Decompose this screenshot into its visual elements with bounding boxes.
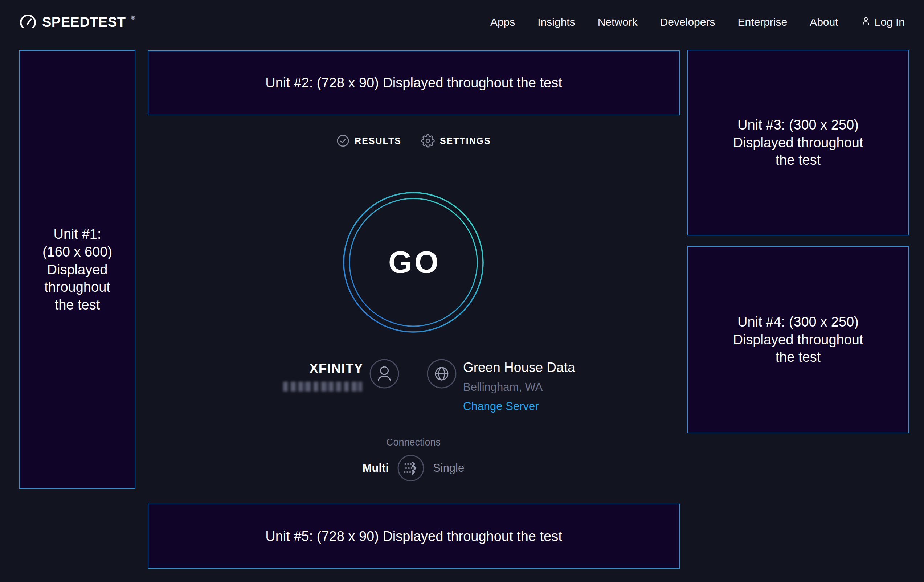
main-nav: Apps Insights Network Developers Enterpr… <box>490 16 905 29</box>
login-label: Log In <box>874 16 905 28</box>
connections-toggle[interactable] <box>397 454 425 482</box>
isp-name: XFINITY <box>254 361 363 376</box>
connections-title: Connections <box>341 437 486 448</box>
tab-settings[interactable]: SETTINGS <box>421 134 491 148</box>
ad-unit-2-leaderboard: Unit #2: (728 x 90) Displayed throughout… <box>148 50 680 115</box>
go-button-label: GO <box>341 190 486 335</box>
speedometer-icon <box>19 13 37 31</box>
logo-wordmark: SPEEDTEST <box>42 13 125 31</box>
globe-icon <box>436 368 448 380</box>
nav-item-developers[interactable]: Developers <box>660 16 715 28</box>
speedtest-page: SPEEDTEST ® Apps Insights Network Develo… <box>0 0 924 582</box>
settings-tab-label: SETTINGS <box>440 136 491 146</box>
gear-icon <box>421 134 435 148</box>
multi-connections-icon <box>397 454 425 482</box>
tab-results[interactable]: RESULTS <box>337 134 401 147</box>
user-icon <box>861 16 871 29</box>
ad-unit-1-skyscraper: Unit #1: (160 x 600) Displayed throughou… <box>19 50 135 489</box>
nav-item-insights[interactable]: Insights <box>538 16 575 28</box>
server-name: Green House Data <box>463 360 575 375</box>
isp-badge[interactable] <box>369 358 399 389</box>
login-button[interactable]: Log In <box>861 16 905 29</box>
go-button[interactable]: GO <box>341 190 486 335</box>
tab-bar: RESULTS SETTINGS <box>148 133 680 149</box>
ad-unit-4-rectangle: Unit #4: (300 x 250) Displayed throughou… <box>687 246 909 433</box>
logo-trademark: ® <box>131 15 135 20</box>
nav-item-apps[interactable]: Apps <box>490 16 515 28</box>
change-server-link[interactable]: Change Server <box>463 400 539 413</box>
ad-unit-3-rectangle: Unit #3: (300 x 250) Displayed throughou… <box>687 50 909 236</box>
server-location: Bellingham, WA <box>463 381 543 394</box>
connections-multi-option[interactable]: Multi <box>363 462 389 475</box>
nav-item-enterprise[interactable]: Enterprise <box>738 16 787 28</box>
header: SPEEDTEST ® Apps Insights Network Develo… <box>0 0 924 44</box>
results-tab-label: RESULTS <box>355 136 401 146</box>
connections-row: Multi Single <box>341 453 486 483</box>
person-icon <box>381 367 388 374</box>
check-circle-icon <box>337 134 350 147</box>
censored-ip-blur <box>283 382 362 391</box>
connections-single-option[interactable]: Single <box>433 462 464 475</box>
speedtest-logo[interactable]: SPEEDTEST ® <box>19 13 135 31</box>
server-badge[interactable] <box>426 358 457 389</box>
ad-unit-5-leaderboard: Unit #5: (728 x 90) Displayed throughout… <box>148 504 680 569</box>
nav-item-about[interactable]: About <box>810 16 838 28</box>
nav-item-network[interactable]: Network <box>598 16 638 28</box>
